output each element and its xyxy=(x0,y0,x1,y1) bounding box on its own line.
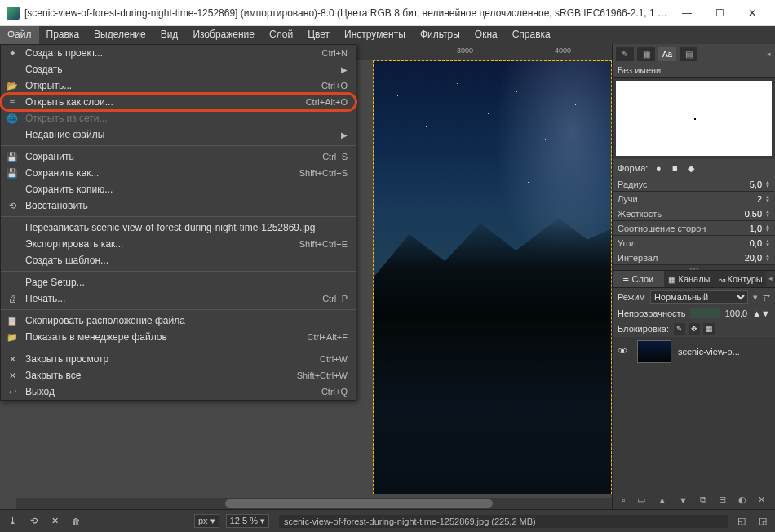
layer-item[interactable]: 👁 scenic-view-o... xyxy=(613,337,775,366)
sb-undo-icon[interactable]: ⟲ xyxy=(26,514,41,529)
menu-item-13[interactable]: Экспортировать как...Shift+Ctrl+E xyxy=(1,236,356,252)
menu-item-0[interactable]: ✦Создать проект...Ctrl+N xyxy=(1,45,356,61)
statusbar: ⤓ ⟲ ✕ 🗑 px ▾ 12.5 % ▾ scenic-view-of-for… xyxy=(0,509,775,532)
eye-icon[interactable]: 👁 xyxy=(618,345,631,357)
menu-item-8[interactable]: 💾Сохранить как...Shift+Ctrl+S xyxy=(1,165,356,181)
option-label: Интервал xyxy=(618,253,745,263)
menu-item-14[interactable]: Создать шаблон... xyxy=(1,252,356,268)
menu-item-22[interactable]: ✕Закрыть просмотрCtrl+W xyxy=(1,351,356,367)
option-row[interactable]: Жёсткость0,50▲▼ xyxy=(613,206,775,221)
opacity-value: 100,0 xyxy=(725,308,748,318)
option-row[interactable]: Угол0,0▲▼ xyxy=(613,236,775,250)
menu-item-icon xyxy=(6,183,19,196)
maximize-button[interactable]: ☐ xyxy=(703,2,736,24)
spin-down-icon[interactable]: ▼ xyxy=(765,184,770,188)
new-group-button[interactable]: ▭ xyxy=(637,494,645,505)
lock-position-button[interactable]: ✥ xyxy=(689,323,700,335)
menu-item-19[interactable]: 📋Скопировать расположение файла xyxy=(1,313,356,329)
ruler-tick: 3000 xyxy=(457,47,473,55)
menu-item-17[interactable]: 🖨Печать...Ctrl+P xyxy=(1,290,356,307)
dock-tab-brush[interactable]: ✎ xyxy=(616,47,634,61)
menu-image[interactable]: Изображение xyxy=(185,26,262,44)
sb-nav1-icon[interactable]: ◱ xyxy=(734,514,749,529)
blend-mode-select[interactable]: Нормальный xyxy=(650,290,748,304)
sb-trash-icon[interactable]: 🗑 xyxy=(69,514,83,529)
menu-help[interactable]: Справка xyxy=(505,26,558,44)
opacity-slider[interactable] xyxy=(690,308,720,318)
spin-down-icon[interactable]: ▼ xyxy=(765,228,770,233)
shape-square-button[interactable]: ■ xyxy=(669,162,680,174)
menu-item-shortcut: Shift+Ctrl+W xyxy=(297,370,348,380)
lock-alpha-button[interactable]: ▦ xyxy=(703,323,715,335)
spin-down-icon[interactable]: ▼ xyxy=(761,308,770,318)
menu-item-3[interactable]: ≡Открыть как слои...Ctrl+Alt+O xyxy=(1,94,356,110)
menu-item-9[interactable]: Сохранить копию... xyxy=(1,181,356,197)
tab-paths[interactable]: ↝Контуры xyxy=(715,271,766,287)
new-layer-button[interactable]: ▫ xyxy=(622,495,625,505)
spin-down-icon[interactable]: ▼ xyxy=(765,199,770,203)
tab-layers[interactable]: ≣Слои xyxy=(613,271,664,287)
option-label: Соотношение сторон xyxy=(618,224,750,233)
mask-button[interactable]: ◐ xyxy=(738,494,746,505)
menu-item-16[interactable]: Page Setup... xyxy=(1,274,356,290)
menu-filters[interactable]: Фильтры xyxy=(413,26,467,44)
menu-view[interactable]: Вид xyxy=(153,26,186,44)
merge-layer-button[interactable]: ⊟ xyxy=(719,494,726,505)
option-value: 20,0 xyxy=(745,253,762,263)
menu-item-20[interactable]: 📁Показать в менеджере файловCtrl+Alt+F xyxy=(1,329,356,345)
menu-color[interactable]: Цвет xyxy=(300,26,337,44)
menu-item-label: Показать в менеджере файлов xyxy=(25,331,307,343)
dock-tab-history[interactable]: ▤ xyxy=(680,47,698,61)
dock-tab-text[interactable]: Aa xyxy=(658,47,676,61)
menu-layer[interactable]: Слой xyxy=(262,26,300,44)
menu-item-24[interactable]: ↩ВыходCtrl+Q xyxy=(1,383,356,400)
spin-down-icon[interactable]: ▼ xyxy=(765,258,770,262)
mode-switch-icon[interactable]: ⇄ xyxy=(763,292,770,303)
lock-pixel-button[interactable]: ✎ xyxy=(674,323,685,335)
close-button[interactable]: ✕ xyxy=(736,2,768,24)
option-row[interactable]: Интервал20,0▲▼ xyxy=(613,250,775,265)
menu-tools[interactable]: Инструменты xyxy=(337,26,413,44)
menu-windows[interactable]: Окна xyxy=(467,26,505,44)
unit-select[interactable]: px ▾ xyxy=(194,514,219,528)
menu-select[interactable]: Выделение xyxy=(86,26,153,44)
spin-up-icon[interactable]: ▲ xyxy=(752,308,761,318)
menu-item-2[interactable]: 📂Открыть...Ctrl+O xyxy=(1,78,356,94)
menu-item-1[interactable]: Создать▶ xyxy=(1,61,356,78)
duplicate-layer-button[interactable]: ⧉ xyxy=(700,494,706,505)
menu-item-12[interactable]: Перезаписать scenic-view-of-forest-durin… xyxy=(1,219,356,236)
layer-name-label[interactable]: scenic-view-o... xyxy=(678,347,740,357)
option-row[interactable]: Радиус5,0▲▼ xyxy=(613,177,775,192)
horizontal-scrollbar[interactable] xyxy=(16,498,612,509)
menu-item-23[interactable]: ✕Закрыть всеShift+Ctrl+W xyxy=(1,367,356,383)
menu-item-shortcut: Ctrl+N xyxy=(322,48,348,58)
delete-layer-button[interactable]: ✕ xyxy=(758,494,765,505)
spin-down-icon[interactable]: ▼ xyxy=(765,243,770,247)
tab-channels[interactable]: ▦Каналы xyxy=(664,271,715,287)
spin-down-icon[interactable]: ▼ xyxy=(765,214,770,218)
dock-menu-icon[interactable]: ◂ xyxy=(767,50,771,58)
sb-nav2-icon[interactable]: ◲ xyxy=(755,514,770,529)
option-row[interactable]: Соотношение сторон1,0▲▼ xyxy=(613,221,775,236)
shape-circle-button[interactable]: ● xyxy=(653,162,664,174)
menu-item-10[interactable]: ⟲Восстановить xyxy=(1,197,356,214)
menu-edit[interactable]: Правка xyxy=(39,26,87,44)
menu-file[interactable]: Файл xyxy=(0,26,39,44)
sb-cancel-icon[interactable]: ✕ xyxy=(47,514,62,529)
dock-tab-pattern[interactable]: ▦ xyxy=(637,47,655,61)
menu-item-shortcut: Ctrl+W xyxy=(320,354,348,364)
menu-item-label: Выход xyxy=(25,386,321,397)
lower-layer-button[interactable]: ▼ xyxy=(679,495,688,505)
sb-save-icon[interactable]: ⤓ xyxy=(5,514,20,529)
raise-layer-button[interactable]: ▲ xyxy=(658,495,666,505)
minimize-button[interactable]: — xyxy=(671,2,703,24)
menu-item-5[interactable]: Недавние файлы▶ xyxy=(1,126,356,143)
tabs-menu-icon[interactable]: ◂ xyxy=(767,271,774,287)
shape-label: Форма: xyxy=(618,163,648,173)
menu-item-7[interactable]: 💾СохранитьCtrl+S xyxy=(1,149,356,165)
shape-diamond-button[interactable]: ◆ xyxy=(685,162,697,174)
menu-item-4[interactable]: 🌐Открыть из сети... xyxy=(1,110,356,126)
mode-chevron-icon[interactable]: ▾ xyxy=(753,292,758,303)
zoom-select[interactable]: 12.5 % ▾ xyxy=(226,514,269,528)
option-row[interactable]: Лучи2▲▼ xyxy=(613,192,775,206)
